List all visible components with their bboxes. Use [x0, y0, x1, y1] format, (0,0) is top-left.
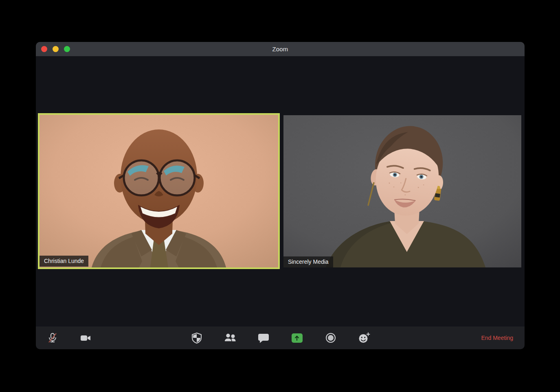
video-button[interactable] [76, 328, 95, 348]
end-meeting-button[interactable]: End Meeting [481, 326, 513, 349]
reactions-button[interactable] [354, 328, 374, 348]
participants-icon [223, 332, 237, 344]
participants-button[interactable] [220, 328, 240, 348]
chat-bubble-icon [257, 332, 270, 344]
shield-icon [191, 332, 203, 344]
chat-button[interactable] [254, 328, 273, 348]
security-button[interactable] [187, 328, 206, 348]
mute-button[interactable] [43, 328, 62, 348]
window-title: Zoom [272, 46, 288, 53]
record-button[interactable] [321, 328, 340, 348]
participant-portrait-man [40, 115, 278, 267]
microphone-muted-icon [46, 331, 59, 344]
share-screen-up-arrow-icon [294, 335, 300, 341]
zoom-window: Zoom [36, 42, 525, 349]
share-screen-pill [292, 333, 303, 343]
video-grid: Christian Lunde [38, 113, 521, 269]
meeting-toolbar: End Meeting [36, 326, 525, 349]
record-circle-icon [325, 332, 337, 344]
participant-name-label: Sincerely Media [283, 256, 333, 267]
participant-portrait-woman [283, 115, 521, 267]
fullscreen-window-button[interactable] [64, 46, 70, 52]
titlebar: Zoom [36, 42, 525, 56]
close-window-button[interactable] [41, 46, 47, 52]
participant-video-christian-lunde[interactable]: Christian Lunde [38, 113, 280, 269]
participant-video-sincerely-media[interactable]: Sincerely Media [283, 115, 521, 267]
participant-name-label: Christian Lunde [40, 256, 88, 267]
smiley-plus-icon [358, 332, 371, 344]
share-screen-button[interactable] [287, 328, 307, 348]
video-camera-icon [79, 332, 92, 344]
traffic-lights [41, 42, 70, 56]
minimize-window-button[interactable] [53, 46, 59, 52]
